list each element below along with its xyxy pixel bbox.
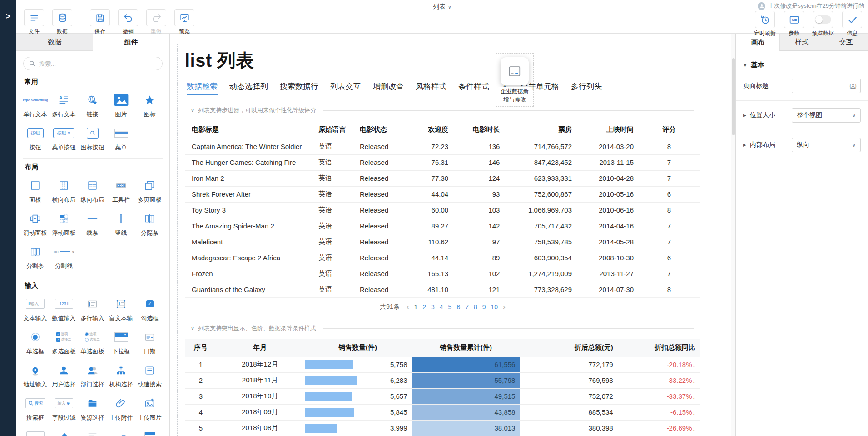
palette-item[interactable]: ✓勾选框 <box>135 291 164 324</box>
palette-item[interactable]: 快速搜索 <box>135 357 164 391</box>
column-header[interactable]: 销售数量累计(件) <box>412 339 520 357</box>
palette-item[interactable]: A多行文本 <box>50 87 78 120</box>
collapse-icon[interactable]: ∨ <box>191 108 194 114</box>
palette-item[interactable]: 面板 <box>21 173 50 206</box>
data-button[interactable]: 数据 <box>50 9 74 35</box>
info-button[interactable]: 信息 <box>840 11 864 37</box>
prev-page-icon[interactable]: ‹ <box>407 302 409 312</box>
demo-tab[interactable]: 数据检索 <box>187 79 218 94</box>
palette-item[interactable]: 25日期对话 <box>135 424 164 436</box>
column-header[interactable]: 原始语言 <box>314 121 355 139</box>
preview-button[interactable]: 预览 <box>172 9 197 35</box>
page-number[interactable]: 4 <box>440 303 443 311</box>
table-row[interactable]: 1 2018年12月 5,758 61,556 772,179 -20.18%↓ <box>185 357 700 372</box>
palette-item[interactable]: 选项一选项二单选面板 <box>78 324 107 357</box>
page-number[interactable]: 7 <box>465 303 469 311</box>
demo-tab[interactable]: 列表交互 <box>330 79 361 94</box>
table-row[interactable]: Shrek Forever After英语Released44.0493752,… <box>185 186 700 202</box>
collapse-rail[interactable]: > <box>0 0 16 436</box>
page-title-input[interactable]: {X} <box>792 79 861 93</box>
demo-tab[interactable]: 动态选择列 <box>229 79 268 94</box>
palette-item[interactable]: 多行输入 <box>78 291 107 324</box>
column-header[interactable]: 欢迎度 <box>407 121 453 139</box>
undo-button[interactable]: 撤销 <box>116 9 140 35</box>
page-title-input-box[interactable] <box>796 82 849 90</box>
canvas-title-block[interactable]: list 列表 <box>178 44 727 75</box>
palette-item[interactable]: 按钮按钮 <box>21 120 50 154</box>
palette-item[interactable]: 地址输入 <box>21 357 50 391</box>
sidebar-tab-组件[interactable]: 组件 <box>93 34 170 51</box>
table-row[interactable]: 5 2018年08月 3,999 38,013 380,398 -26.69%↓ <box>185 420 700 436</box>
palette-item[interactable]: 部门选择 <box>78 357 107 391</box>
redo-button[interactable]: 重做 <box>144 9 169 35</box>
page-number[interactable]: 1 <box>414 303 417 311</box>
palette-item[interactable]: 图片 <box>107 87 135 120</box>
page-number[interactable]: 9 <box>482 303 486 311</box>
column-header[interactable]: 票房 <box>504 121 576 139</box>
palette-item[interactable]: 分隔条 <box>135 206 164 239</box>
demo-tab[interactable]: 风格样式 <box>416 79 446 94</box>
next-page-icon[interactable]: › <box>503 302 506 312</box>
table-row[interactable]: The Hunger Games: Catching Fire英语Release… <box>185 154 700 170</box>
page-number[interactable]: 5 <box>448 303 452 311</box>
column-header[interactable]: 年月 <box>216 339 304 357</box>
palette-item[interactable]: 纵向布局 <box>78 173 107 206</box>
palette-item[interactable]: ▼下拉框 <box>107 324 135 357</box>
page-canvas[interactable]: list 列表 数据检索动态选择列搜索数据行列表交互增删改查风格样式条件样式表合… <box>177 44 727 436</box>
palette-item[interactable]: I输入...文本输入 <box>21 291 50 324</box>
page-switcher[interactable]: 列表 ∨ <box>433 3 451 11</box>
table-row[interactable]: Captain America: The Winter Soldier英语Rel… <box>185 139 700 154</box>
table-row[interactable]: Toy Story 3英语Released60.001031,066,969,7… <box>185 202 700 218</box>
page-number[interactable]: 10 <box>491 303 498 311</box>
palette-item[interactable]: 浮动面板 <box>50 206 78 239</box>
palette-item[interactable]: 竖线 <box>107 206 135 239</box>
page-number[interactable]: 3 <box>431 303 435 311</box>
table-row[interactable]: 4 2018年09月 5,845 43,858 885,534 -6.15%↓ <box>185 404 700 420</box>
preview-data-toggle[interactable]: 预览数据 <box>811 11 835 37</box>
palette-item[interactable]: 条件指示 <box>78 424 107 436</box>
table-row[interactable]: Frozen英语Released165.131021,274,219,00920… <box>185 266 700 282</box>
canvas-scrollbar[interactable] <box>731 34 735 436</box>
column-header[interactable]: 电影状态 <box>355 121 407 139</box>
palette-item[interactable]: 用户选择 <box>50 357 78 391</box>
column-header[interactable]: 评分 <box>638 121 700 139</box>
demo-tab[interactable]: 搜索数据行 <box>280 79 318 94</box>
column-header[interactable]: 序号 <box>185 339 216 357</box>
dragging-component[interactable]: 企业数据新增与修改 <box>496 53 534 107</box>
palette-item[interactable]: 多页面板 <box>135 173 164 206</box>
palette-item[interactable]: 图标按钮 <box>78 120 107 154</box>
table-row[interactable]: Guardians of the Galaxy英语Released481.101… <box>185 282 700 297</box>
timed-refresh-button[interactable]: 定时刷新 <box>753 11 777 37</box>
column-header[interactable]: 电影时长 <box>453 121 504 139</box>
palette-item[interactable]: 滑动面板 <box>21 206 50 239</box>
formula-badge[interactable]: {X} <box>849 83 857 89</box>
table-row[interactable]: 3 2018年10月 5,657 49,515 752,072 -33.37%↓ <box>185 388 700 404</box>
palette-item[interactable]: 机构选择 <box>107 357 135 391</box>
column-header[interactable]: 折后总额(元) <box>520 339 617 357</box>
palette-item[interactable]: ✓选项一✓选项二多选面板 <box>50 324 78 357</box>
table-row[interactable]: The Amazing Spider-Man 2英语Released89.271… <box>185 218 700 234</box>
collapse-icon[interactable]: ∨ <box>191 326 194 332</box>
search-input[interactable] <box>23 57 163 70</box>
palette-item[interactable]: 资源选择 <box>78 391 107 424</box>
palette-item[interactable]: 分割条 <box>21 239 50 272</box>
parameters-button[interactable]: x=参数 <box>782 11 806 37</box>
design-canvas[interactable]: list 列表 数据检索动态选择列搜索数据行列表交互增删改查风格样式条件样式表合… <box>170 34 731 436</box>
demo-tab[interactable]: 多行列头 <box>571 79 602 94</box>
position-size-select[interactable]: 整个视图 ∨ <box>792 108 861 123</box>
page-number[interactable]: 2 <box>422 303 426 311</box>
table-row[interactable]: Maleficent英语Released110.6297758,539,7852… <box>185 234 700 250</box>
page-number[interactable]: 6 <box>456 303 460 311</box>
column-header[interactable]: 上映时间 <box>576 121 638 139</box>
palette-item[interactable]: 日期 <box>135 324 164 357</box>
expand-panel-icon[interactable]: > <box>6 12 11 21</box>
palette-item[interactable]: 线条 <box>78 206 107 239</box>
column-header[interactable]: 电影标题 <box>185 121 314 139</box>
demo-tab[interactable]: 增删改查 <box>373 79 404 94</box>
palette-item[interactable]: T富文本输 <box>107 291 135 324</box>
palette-item[interactable]: 上传附件 <box>107 391 135 424</box>
palette-item[interactable]: 123I数值输入 <box>50 291 78 324</box>
inner-layout-select[interactable]: 纵向 ∨ <box>792 138 861 152</box>
palette-item[interactable]: ●●●●密码输入 <box>21 424 50 436</box>
palette-item[interactable]: 单选框 <box>21 324 50 357</box>
